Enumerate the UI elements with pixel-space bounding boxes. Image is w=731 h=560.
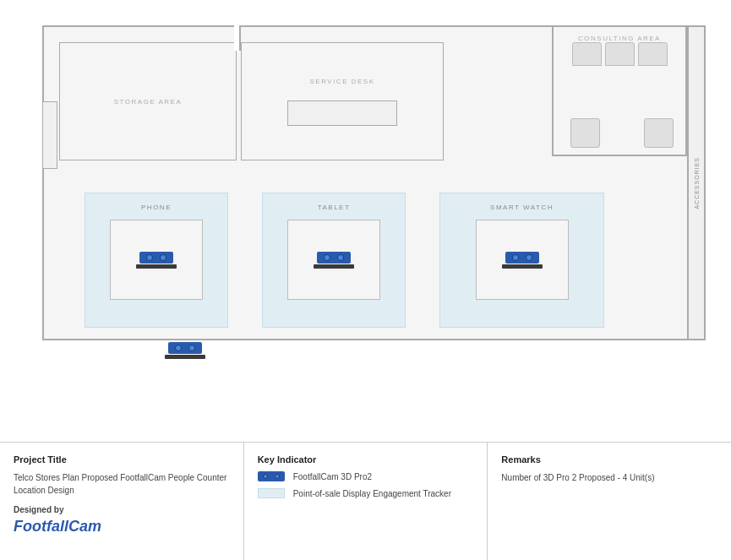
key-icon-display	[258, 488, 285, 498]
phone-cam-device	[136, 252, 177, 269]
standalone-cam-body	[168, 342, 202, 354]
tablet-display-inner	[287, 220, 380, 300]
chair-left	[570, 118, 600, 148]
key-item-cam: FootfallCam 3D Pro2	[258, 471, 474, 481]
info-panel: Project Title Telco Stores Plan Proposed…	[0, 442, 731, 560]
key-cam-label: FootfallCam 3D Pro2	[293, 472, 372, 481]
service-desk-label: SERVICE DESK	[310, 78, 375, 85]
standalone-cam-lens-2	[188, 345, 195, 351]
footfallcam-logo: FootfallCam	[14, 518, 230, 536]
phone-display-section: PHONE	[85, 193, 228, 328]
smartwatch-cam-body	[505, 252, 539, 264]
designed-by-label: Designed by	[14, 505, 230, 514]
key-icon-cam-lens-1	[263, 474, 268, 479]
key-indicator-section: Key Indicator FootfallCam 3D Pro2 Point-…	[244, 443, 488, 560]
sofa-piece-3	[638, 42, 668, 66]
standalone-cam	[165, 342, 205, 359]
corner-notch	[234, 25, 241, 51]
accessories-strip: ACCESSORIES	[687, 25, 706, 340]
standalone-cam-lens-1	[175, 345, 182, 351]
key-indicator-heading: Key Indicator	[258, 454, 474, 465]
sofa-furniture	[569, 41, 670, 68]
phone-cam-lens-2	[160, 254, 166, 261]
phone-display-inner	[110, 220, 203, 300]
smartwatch-cam-lens-1	[512, 254, 519, 261]
project-title-section: Project Title Telco Stores Plan Proposed…	[0, 443, 244, 560]
key-icon-cam	[258, 471, 285, 481]
remarks-section: Remarks Number of 3D Pro 2 Proposed - 4 …	[488, 443, 731, 560]
tablet-cam-device	[314, 252, 354, 269]
smartwatch-display-section: SMART WATCH	[439, 193, 604, 328]
tablet-display-section: TABLET	[262, 193, 406, 328]
sofa-piece-1	[572, 42, 602, 66]
accessories-label: ACCESSORIES	[694, 157, 700, 209]
tablet-cam-lens-2	[337, 254, 344, 261]
standalone-cam-base	[165, 355, 205, 359]
tablet-label: TABLET	[318, 204, 351, 211]
project-desc: Telco Stores Plan Proposed FootfallCam P…	[14, 471, 230, 497]
tablet-cam-lens-1	[324, 254, 330, 261]
phone-cam-lens-1	[146, 254, 153, 261]
standalone-cam-device	[165, 342, 205, 359]
storage-label: STORAGE AREA	[114, 98, 183, 106]
service-desk-area: SERVICE DESK	[241, 42, 444, 160]
remarks-text: Number of 3D Pro 2 Proposed - 4 Unit(s)	[501, 471, 717, 484]
smartwatch-cam-base	[502, 264, 543, 269]
floorplan-area: ACCESSORIES STORAGE AREA SERVICE DESK CO…	[0, 0, 731, 442]
storage-area: STORAGE AREA	[59, 42, 237, 160]
smartwatch-cam-device	[502, 252, 543, 269]
smartwatch-display-inner	[476, 220, 569, 300]
smartwatch-label: SMART WATCH	[490, 204, 554, 211]
main-container: ACCESSORIES STORAGE AREA SERVICE DESK CO…	[0, 0, 731, 560]
smartwatch-cam-lens-2	[526, 254, 532, 261]
entry-left	[42, 101, 57, 169]
tablet-cam-base	[314, 264, 354, 269]
phone-cam-body	[139, 252, 173, 264]
key-display-label: Point-of-sale Display Engagement Tracker	[293, 489, 451, 498]
phone-label: PHONE	[141, 204, 172, 211]
service-desk-counter	[287, 101, 397, 126]
remarks-heading: Remarks	[501, 454, 717, 465]
tablet-cam-body	[317, 252, 351, 264]
sofa-piece-2	[605, 42, 635, 66]
chair-right	[644, 118, 674, 148]
key-icon-cam-lens-2	[275, 474, 280, 479]
key-item-display: Point-of-sale Display Engagement Tracker	[258, 488, 474, 498]
phone-cam-base	[136, 264, 177, 269]
project-title-heading: Project Title	[14, 454, 230, 465]
